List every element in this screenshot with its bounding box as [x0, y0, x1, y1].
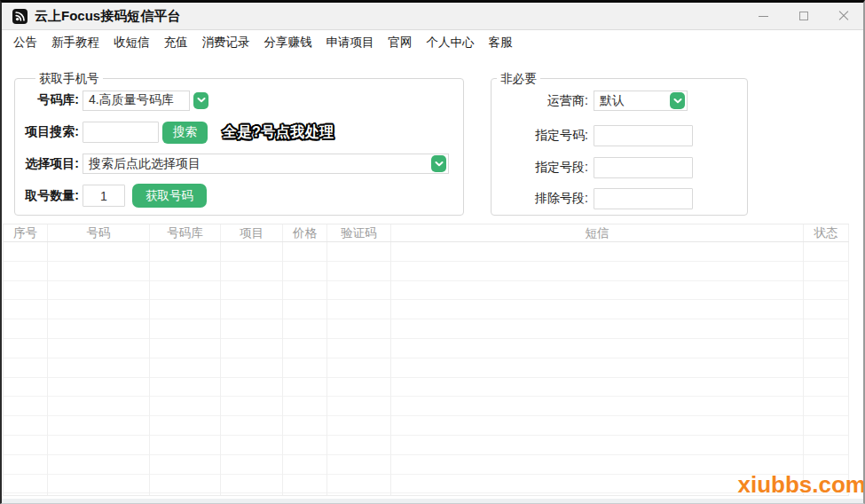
menu-item-consumption-record[interactable]: 消费记录 — [195, 32, 257, 53]
column-header-sms: 短信 — [391, 224, 804, 241]
search-button[interactable]: 搜索 — [162, 122, 208, 144]
project-select[interactable]: 搜索后点此选择项目 — [83, 154, 449, 174]
menu-item-customer-service[interactable]: 客服 — [482, 32, 520, 53]
specify-segment-label: 指定号段: — [491, 160, 588, 176]
column-header-verify-code: 验证码 — [327, 224, 391, 241]
minimize-button[interactable] — [743, 3, 783, 29]
optional-panel: 非必要 运营商: 默认 指定号码: 指定号段: 排除号段: — [491, 78, 748, 216]
watermark: xiubbs.com — [738, 471, 865, 499]
operator-label: 运营商: — [491, 93, 588, 109]
operator-select[interactable]: 默认 — [594, 91, 688, 111]
project-chevron-down-icon[interactable] — [431, 155, 446, 172]
column-header-index: 序号 — [4, 224, 48, 241]
table-column-index — [4, 242, 48, 495]
menu-item-apply-project[interactable]: 申请项目 — [319, 32, 381, 53]
result-table: 序号号码号码库项目价格验证码短信状态 — [3, 224, 849, 496]
select-project-label: 选择项目: — [15, 156, 79, 172]
optional-panel-legend: 非必要 — [497, 71, 540, 86]
column-header-number: 号码 — [48, 224, 150, 241]
table-column-sms — [391, 242, 804, 495]
quantity-label: 取号数量: — [15, 188, 79, 204]
table-column-number — [48, 242, 150, 495]
menu-item-recharge[interactable]: 充值 — [157, 32, 195, 53]
minimize-icon — [759, 16, 768, 17]
operator-chevron-down-icon[interactable] — [670, 92, 685, 109]
result-table-body — [3, 242, 849, 496]
get-number-panel: 获取手机号 号码库: 4.高质量号码库 项目搜索: 搜索 全是?号点我处理 选择… — [14, 78, 464, 216]
bottom-scrollbar-track[interactable] — [2, 499, 863, 503]
exclude-segment-label: 排除号段: — [491, 191, 588, 207]
window-controls — [743, 3, 863, 29]
table-column-status — [804, 242, 849, 495]
app-logo-rss-icon — [12, 9, 28, 24]
maximize-icon — [799, 12, 808, 20]
table-column-project — [221, 242, 283, 495]
menu-item-tutorial[interactable]: 新手教程 — [44, 32, 106, 53]
project-search-label: 项目搜索: — [15, 124, 79, 140]
project-search-input[interactable] — [83, 122, 159, 143]
library-select[interactable]: 4.高质量号码库 — [83, 91, 190, 111]
menubar: 公告新手教程收短信充值消费记录分享赚钱申请项目官网个人中心客服 — [2, 30, 863, 54]
column-header-price: 价格 — [283, 224, 327, 241]
project-select-value: 搜索后点此选择项目 — [89, 156, 201, 172]
menu-item-receive-sms[interactable]: 收短信 — [106, 32, 157, 53]
library-chevron-down-icon[interactable] — [193, 92, 208, 109]
specify-segment-input[interactable] — [594, 157, 693, 178]
library-select-value: 4.高质量号码库 — [89, 92, 174, 108]
operator-select-value: 默认 — [600, 93, 625, 109]
table-column-verify-code — [327, 242, 391, 495]
column-header-status: 状态 — [804, 224, 849, 241]
menu-item-share-earn[interactable]: 分享赚钱 — [257, 32, 319, 53]
result-table-header: 序号号码号码库项目价格验证码短信状态 — [3, 224, 849, 242]
table-column-number-library — [150, 242, 221, 495]
library-label: 号码库: — [15, 92, 79, 108]
close-button[interactable] — [823, 3, 863, 29]
menu-item-personal-center[interactable]: 个人中心 — [420, 32, 482, 53]
fetch-number-button[interactable]: 获取号码 — [132, 184, 207, 208]
specify-number-label: 指定号码: — [491, 128, 588, 144]
app-window: 云上Focus接码短信平台 公告新手教程收短信充值消费记录分享赚钱申请项目官网个… — [0, 0, 865, 504]
quantity-input[interactable] — [83, 185, 125, 207]
specify-number-input[interactable] — [594, 125, 693, 146]
titlebar: 云上Focus接码短信平台 — [2, 3, 863, 30]
table-column-price — [283, 242, 327, 495]
column-header-number-library: 号码库 — [150, 224, 221, 241]
window-title: 云上Focus接码短信平台 — [35, 8, 180, 25]
close-icon — [838, 11, 849, 21]
menu-item-announcement[interactable]: 公告 — [6, 32, 44, 53]
column-header-project: 项目 — [221, 224, 283, 241]
question-mark-help-link[interactable]: 全是?号点我处理 — [223, 123, 334, 142]
get-number-panel-legend: 获取手机号 — [35, 71, 103, 86]
exclude-segment-input[interactable] — [594, 188, 693, 209]
menu-item-official-site[interactable]: 官网 — [381, 32, 420, 53]
maximize-button[interactable] — [783, 3, 823, 29]
